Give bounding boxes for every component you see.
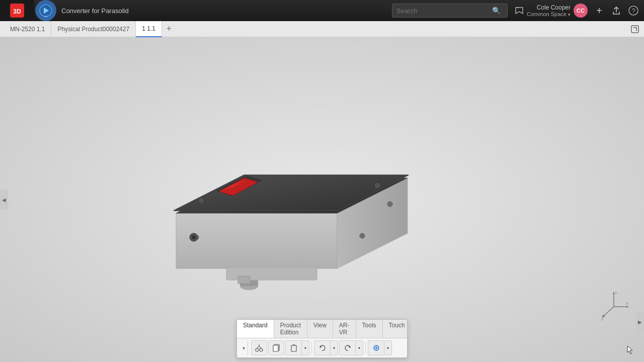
add-button[interactable]: + xyxy=(592,3,607,18)
app-logo[interactable]: VR xyxy=(35,0,56,21)
svg-line-49 xyxy=(259,346,261,348)
tab-add-button[interactable]: + xyxy=(162,22,176,36)
navigation-cube[interactable]: X Y Z xyxy=(599,292,629,322)
bookmark-icon[interactable] xyxy=(512,3,527,18)
toolbar-tab-tools[interactable]: Tools xyxy=(356,320,383,338)
toolbar-tab-ar-vr[interactable]: AR-VR xyxy=(333,320,356,338)
toolbar-divider-1 xyxy=(311,342,312,354)
paste-button[interactable] xyxy=(285,340,301,355)
transform-dropdown[interactable]: ▾ xyxy=(384,340,392,355)
left-panel-toggle[interactable]: ◀ xyxy=(0,190,8,210)
copy-button[interactable] xyxy=(268,340,284,355)
transform-button[interactable] xyxy=(368,340,384,355)
cut-button[interactable] xyxy=(251,340,267,355)
tab-mn2520[interactable]: MN-2520 1.1 xyxy=(4,21,51,37)
viewport[interactable]: X Y Z ◀ ▶ Standard Product Edition View … xyxy=(0,37,644,362)
tab-active[interactable]: 1 1.1 xyxy=(136,21,162,37)
ds-logo-area[interactable]: 3D xyxy=(0,0,34,21)
svg-text:3D: 3D xyxy=(13,8,21,15)
svg-point-36 xyxy=(192,235,196,239)
svg-text:Y: Y xyxy=(615,292,617,295)
svg-rect-8 xyxy=(631,26,638,33)
svg-text:Z: Z xyxy=(601,317,604,321)
svg-text:?: ? xyxy=(631,7,635,15)
svg-rect-34 xyxy=(238,276,250,284)
user-avatar[interactable]: CC xyxy=(574,4,588,18)
svg-rect-53 xyxy=(291,345,296,351)
toolbar-divider-2 xyxy=(365,342,366,354)
toolbar-collapse-button[interactable]: ▾ xyxy=(240,341,248,355)
app-title: Converter for Parasolid xyxy=(61,7,129,15)
undo-dropdown[interactable]: ▾ xyxy=(330,340,338,355)
svg-rect-52 xyxy=(273,345,278,351)
copy-button-group xyxy=(268,340,284,355)
toolbar-tab-bar: Standard Product Edition View AR-VR Tool… xyxy=(237,320,407,338)
search-bar[interactable]: 🔍 xyxy=(392,4,508,18)
help-button[interactable]: ? xyxy=(626,3,641,18)
svg-marker-11 xyxy=(176,213,337,268)
search-input[interactable] xyxy=(396,7,492,15)
header-bar: 3D VR Converter for Parasolid 🔍 Cole Coo… xyxy=(0,0,644,21)
svg-point-29 xyxy=(361,235,364,237)
svg-line-48 xyxy=(257,346,259,348)
tab-physical-product[interactable]: Physical Product00002427 xyxy=(51,21,136,37)
toolbar-tab-standard[interactable]: Standard xyxy=(237,320,274,338)
tab-expand-button[interactable] xyxy=(628,22,642,36)
svg-point-47 xyxy=(260,348,263,351)
paste-button-group: ▾ xyxy=(285,340,309,355)
user-section[interactable]: Cole Cooper Common Space ▾ CC xyxy=(527,4,588,18)
tab-bar: MN-2520 1.1 Physical Product00002427 1 1… xyxy=(0,21,644,37)
search-icon[interactable]: 🔍 xyxy=(492,7,501,15)
undo-button-group: ▾ xyxy=(314,340,338,355)
right-panel-toggle[interactable]: ▶ xyxy=(636,312,644,332)
toolbar-tab-view[interactable]: View xyxy=(307,320,333,338)
bottom-toolbar: Standard Product Edition View AR-VR Tool… xyxy=(236,319,408,358)
toolbar-tab-touch[interactable]: Touch xyxy=(383,320,412,338)
toolbar-content: ▾ xyxy=(237,338,407,357)
mouse-cursor xyxy=(627,345,633,354)
svg-line-39 xyxy=(604,307,614,316)
svg-text:VR: VR xyxy=(44,15,48,18)
paste-dropdown[interactable]: ▾ xyxy=(301,340,309,355)
svg-marker-40 xyxy=(626,306,629,308)
user-name: Cole Cooper xyxy=(527,4,571,11)
share-button[interactable] xyxy=(609,3,624,18)
redo-button[interactable] xyxy=(339,340,355,355)
user-workspace: Common Space ▾ xyxy=(527,11,571,17)
3d-model-container xyxy=(161,113,423,294)
svg-point-31 xyxy=(389,203,391,206)
cut-button-group xyxy=(251,340,267,355)
redo-button-group: ▾ xyxy=(339,340,363,355)
svg-text:X: X xyxy=(626,302,628,305)
action-button-group: ▾ xyxy=(368,340,392,355)
svg-point-46 xyxy=(256,348,259,351)
undo-button[interactable] xyxy=(314,340,330,355)
toolbar-tab-product-edition[interactable]: Product Edition xyxy=(274,320,307,338)
redo-dropdown[interactable]: ▾ xyxy=(355,340,363,355)
header-actions: + ? xyxy=(592,3,641,18)
